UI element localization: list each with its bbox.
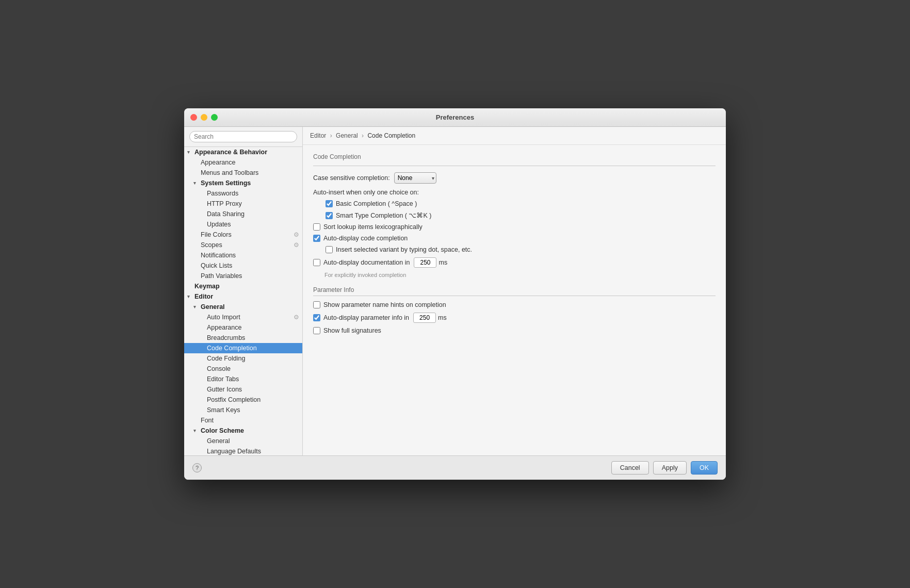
sort-lookup-label[interactable]: Sort lookup items lexicographically xyxy=(313,223,423,231)
maximize-button[interactable] xyxy=(211,114,218,121)
auto-display-param-ms-input[interactable] xyxy=(413,313,436,323)
sidebar-item-breadcrumbs[interactable]: Breadcrumbs xyxy=(184,333,302,343)
basic-completion-label[interactable]: Basic Completion ( ^Space ) xyxy=(326,200,417,207)
case-sensitive-dropdown-wrapper: None First letter All letters ▾ xyxy=(394,172,436,184)
case-sensitive-label: Case sensitive completion: xyxy=(313,174,390,182)
sidebar-item-cs-general[interactable]: General xyxy=(184,436,302,446)
sidebar-label-code-completion: Code Completion xyxy=(207,345,302,352)
sidebar-item-editor-appearance[interactable]: Appearance xyxy=(184,322,302,333)
breadcrumb-part2: General xyxy=(336,132,358,139)
show-param-hints-text: Show parameter name hints on completion xyxy=(323,301,446,308)
window-title: Preferences xyxy=(436,113,474,121)
basic-completion-row: Basic Completion ( ^Space ) xyxy=(313,200,716,207)
sidebar-label-cs-general: General xyxy=(207,437,302,445)
minimize-button[interactable] xyxy=(201,114,207,121)
main-content: ▾Appearance & BehaviorAppearanceMenus an… xyxy=(184,127,726,455)
sidebar-label-scopes: Scopes xyxy=(201,241,294,249)
sidebar-item-updates[interactable]: Updates xyxy=(184,219,302,230)
sidebar-label-notifications: Notifications xyxy=(201,252,302,259)
auto-insert-label: Auto-insert when only one choice on: xyxy=(313,189,419,196)
sidebar-item-editor[interactable]: ▾Editor xyxy=(184,291,302,302)
sidebar-label-breadcrumbs: Breadcrumbs xyxy=(207,334,302,341)
sidebar-item-gutter-icons[interactable]: Gutter Icons xyxy=(184,384,302,395)
sidebar-item-font[interactable]: Font xyxy=(184,415,302,426)
sidebar-item-http-proxy[interactable]: HTTP Proxy xyxy=(184,199,302,209)
auto-display-param-text: Auto-display parameter info in xyxy=(323,314,409,321)
auto-display-param-ms-label: ms xyxy=(438,314,447,321)
sidebar-item-system-settings[interactable]: ▾System Settings xyxy=(184,178,302,188)
auto-display-code-checkbox[interactable] xyxy=(313,235,320,242)
insert-selected-checkbox[interactable] xyxy=(326,246,333,253)
gear-icon-auto-import: ⚙ xyxy=(294,314,299,321)
sidebar-item-code-completion[interactable]: Code Completion xyxy=(184,343,302,353)
case-sensitive-select[interactable]: None First letter All letters xyxy=(394,172,436,184)
sort-lookup-checkbox[interactable] xyxy=(313,223,320,231)
show-full-sig-label[interactable]: Show full signatures xyxy=(313,327,381,334)
sidebar-label-gutter-icons: Gutter Icons xyxy=(207,386,302,393)
help-button[interactable]: ? xyxy=(192,463,202,472)
sidebar-item-appearance[interactable]: Appearance xyxy=(184,157,302,168)
auto-display-doc-hint: For explicitly invoked completion xyxy=(324,272,716,278)
tree-toggle-editor: ▾ xyxy=(187,294,194,299)
tree-toggle-system-settings: ▾ xyxy=(193,181,201,186)
auto-display-code-label[interactable]: Auto-display code completion xyxy=(313,235,408,242)
show-param-hints-checkbox[interactable] xyxy=(313,301,320,308)
section-divider xyxy=(313,166,716,166)
insert-selected-label[interactable]: Insert selected variant by typing dot, s… xyxy=(326,246,472,253)
auto-display-param-checkbox[interactable] xyxy=(313,314,320,321)
sidebar-item-editor-tabs[interactable]: Editor Tabs xyxy=(184,374,302,384)
show-param-hints-row: Show parameter name hints on completion xyxy=(313,301,716,308)
search-box xyxy=(184,127,302,147)
auto-display-doc-ms-input[interactable] xyxy=(414,257,436,268)
smart-type-checkbox[interactable] xyxy=(326,212,333,219)
sidebar-item-path-variables[interactable]: Path Variables xyxy=(184,271,302,281)
sidebar-item-menus-toolbars[interactable]: Menus and Toolbars xyxy=(184,168,302,178)
section-title: Code Completion xyxy=(313,153,716,160)
sidebar-label-quick-lists: Quick Lists xyxy=(201,262,302,269)
auto-insert-row: Auto-insert when only one choice on: xyxy=(313,189,716,196)
cancel-button[interactable]: Cancel xyxy=(611,461,649,475)
sidebar-item-keymap[interactable]: Keymap xyxy=(184,281,302,291)
sidebar-item-scopes[interactable]: Scopes⚙ xyxy=(184,240,302,250)
sidebar-item-data-sharing[interactable]: Data Sharing xyxy=(184,209,302,219)
sidebar-item-console[interactable]: Console xyxy=(184,364,302,374)
sidebar-item-general[interactable]: ▾General xyxy=(184,302,302,312)
show-param-hints-label[interactable]: Show parameter name hints on completion xyxy=(313,301,446,308)
settings-area: Editor › General › Code Completion Code … xyxy=(303,127,726,455)
sidebar-item-color-scheme[interactable]: ▾Color Scheme xyxy=(184,426,302,436)
sidebar-item-smart-keys[interactable]: Smart Keys xyxy=(184,405,302,415)
sidebar-label-appearance: Appearance xyxy=(201,159,302,166)
sidebar-label-menus-toolbars: Menus and Toolbars xyxy=(201,169,302,176)
basic-completion-checkbox[interactable] xyxy=(326,200,333,207)
auto-display-doc-label-wrap[interactable]: Auto-display documentation in xyxy=(313,259,410,266)
sidebar-item-language-defaults[interactable]: Language Defaults xyxy=(184,446,302,455)
show-full-sig-checkbox[interactable] xyxy=(313,327,320,334)
auto-display-doc-checkbox[interactable] xyxy=(313,259,320,266)
sidebar-item-postfix-completion[interactable]: Postfix Completion xyxy=(184,395,302,405)
ok-button[interactable]: OK xyxy=(691,461,718,475)
show-full-sig-row: Show full signatures xyxy=(313,327,716,334)
smart-type-label[interactable]: Smart Type Completion ( ⌥⌘K ) xyxy=(326,211,431,219)
sidebar-item-file-colors[interactable]: File Colors⚙ xyxy=(184,230,302,240)
tree-toggle-appearance-behavior: ▾ xyxy=(187,150,194,155)
sidebar-item-passwords[interactable]: Passwords xyxy=(184,188,302,199)
sidebar-item-auto-import[interactable]: Auto Import⚙ xyxy=(184,312,302,322)
sidebar-label-file-colors: File Colors xyxy=(201,231,294,238)
sidebar-label-general: General xyxy=(201,303,302,311)
sidebar-item-notifications[interactable]: Notifications xyxy=(184,250,302,260)
search-input[interactable] xyxy=(189,131,297,142)
sort-lookup-row: Sort lookup items lexicographically xyxy=(313,223,716,231)
apply-button[interactable]: Apply xyxy=(653,461,687,475)
breadcrumb-sep2: › xyxy=(362,132,364,139)
sidebar-item-quick-lists[interactable]: Quick Lists xyxy=(184,260,302,271)
auto-display-param-label-wrap[interactable]: Auto-display parameter info in xyxy=(313,314,409,321)
sidebar-label-updates: Updates xyxy=(207,221,302,228)
sidebar-label-postfix-completion: Postfix Completion xyxy=(207,396,302,403)
breadcrumb-part1: Editor xyxy=(310,132,326,139)
titlebar-buttons xyxy=(190,114,218,121)
close-button[interactable] xyxy=(190,114,197,121)
sidebar-item-appearance-behavior[interactable]: ▾Appearance & Behavior xyxy=(184,147,302,157)
sidebar-label-editor-appearance: Appearance xyxy=(207,324,302,331)
insert-selected-row: Insert selected variant by typing dot, s… xyxy=(313,246,716,253)
sidebar-item-code-folding[interactable]: Code Folding xyxy=(184,353,302,364)
